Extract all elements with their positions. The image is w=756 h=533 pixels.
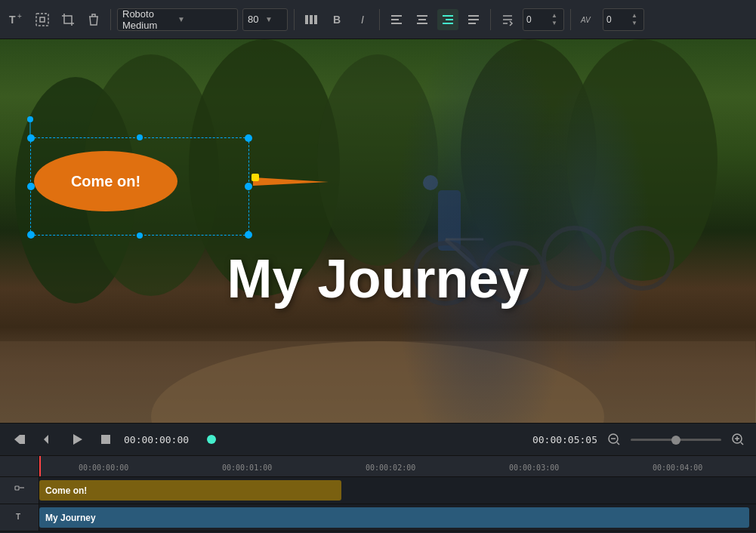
ruler-label-1: 00:00:01:00 xyxy=(222,464,272,472)
svg-text:AV: AV xyxy=(580,16,591,24)
track-label-1: T xyxy=(0,504,39,531)
svg-point-26 xyxy=(566,39,717,281)
total-time: 00:00:05:05 xyxy=(532,434,597,445)
svg-rect-3 xyxy=(40,17,45,22)
font-selector[interactable]: Roboto Medium ▼ xyxy=(117,8,238,31)
anchor-line xyxy=(30,122,31,137)
text-style-icon[interactable] xyxy=(301,9,322,30)
zoom-track[interactable] xyxy=(631,439,721,441)
svg-rect-30 xyxy=(423,175,438,190)
track-clip-come-on[interactable]: Come on! xyxy=(39,480,341,501)
svg-rect-14 xyxy=(446,19,453,20)
playback-bar: 00:00:00:00 00:00:05:05 xyxy=(0,423,756,456)
delete-button[interactable] xyxy=(83,9,104,30)
svg-rect-6 xyxy=(314,15,317,24)
ruler-label-2: 00:00:02:00 xyxy=(366,464,415,472)
svg-rect-2 xyxy=(36,14,48,26)
timeline-tracks: Come on! T My Journey xyxy=(0,477,756,531)
spacing-icon xyxy=(497,9,518,30)
ruler-marks: 00:00:00:00 00:00:01:00 00:00:02:00 00:0… xyxy=(39,456,756,476)
ruler-offset xyxy=(0,456,39,476)
track-icon-1: T xyxy=(14,511,25,524)
svg-rect-8 xyxy=(391,19,399,20)
playhead-ruler-line xyxy=(39,456,41,476)
divider-3 xyxy=(379,9,380,30)
track-icon-0 xyxy=(14,485,25,496)
align-right-button[interactable] xyxy=(437,9,458,30)
svg-rect-7 xyxy=(391,15,402,17)
svg-marker-41 xyxy=(44,435,48,444)
svg-text:T: T xyxy=(16,513,20,521)
svg-text:+: + xyxy=(17,12,22,20)
play-button[interactable] xyxy=(66,429,88,450)
bold-button[interactable]: B xyxy=(326,9,347,30)
svg-point-24 xyxy=(317,54,438,266)
track-row-0[interactable]: Come on! xyxy=(0,477,756,504)
step-back-button[interactable] xyxy=(38,429,59,450)
main-title-text: My Journey xyxy=(0,248,756,310)
svg-rect-27 xyxy=(0,341,755,423)
align-center-button[interactable] xyxy=(412,9,433,30)
timeline: 00:00:00:00 00:00:01:00 00:00:02:00 00:0… xyxy=(0,456,756,533)
current-time: 00:00:00:00 xyxy=(124,434,199,445)
font-size-label: 80 xyxy=(248,14,265,25)
zoom-slider[interactable] xyxy=(631,439,721,441)
video-background xyxy=(0,39,756,423)
svg-rect-11 xyxy=(418,19,426,20)
svg-rect-16 xyxy=(468,15,479,17)
kerning-input[interactable]: 0 xyxy=(603,14,630,25)
font-selector-arrow: ▼ xyxy=(177,15,233,23)
track-content-0[interactable]: Come on! xyxy=(39,477,756,504)
ruler-label-4: 00:00:04:00 xyxy=(653,464,702,472)
font-size-arrow: ▼ xyxy=(265,15,282,23)
svg-marker-42 xyxy=(73,434,82,445)
ruler-label-3: 00:00:03:00 xyxy=(509,464,559,472)
playhead-dot[interactable] xyxy=(207,435,216,444)
tail-end-dot[interactable] xyxy=(251,174,259,181)
svg-point-28 xyxy=(151,341,604,423)
divider-1 xyxy=(110,9,111,30)
svg-rect-12 xyxy=(417,23,427,24)
svg-marker-38 xyxy=(253,177,329,186)
track-clip-my-journey[interactable]: My Journey xyxy=(39,507,749,528)
svg-rect-5 xyxy=(310,15,313,24)
divider-5 xyxy=(570,9,571,30)
align-justify-button[interactable] xyxy=(463,9,484,30)
svg-rect-29 xyxy=(438,190,461,251)
speech-bubble[interactable]: Come on! xyxy=(34,151,177,211)
ruler-label-0: 00:00:00:00 xyxy=(79,464,128,472)
divider-2 xyxy=(294,9,295,30)
svg-rect-17 xyxy=(468,19,479,20)
stop-button[interactable] xyxy=(95,429,116,450)
track-row-1[interactable]: T My Journey xyxy=(0,504,756,531)
svg-rect-9 xyxy=(391,23,402,24)
align-left-button[interactable] xyxy=(386,9,407,30)
font-size-selector[interactable]: 80 ▼ xyxy=(242,8,288,31)
add-text-button[interactable]: T + xyxy=(6,9,27,30)
svg-point-25 xyxy=(461,39,597,266)
kerning-field[interactable]: 0 ▲ ▼ xyxy=(603,8,644,31)
crop-button[interactable] xyxy=(57,9,79,30)
svg-rect-18 xyxy=(468,23,476,24)
bubble-oval: Come on! xyxy=(34,151,177,211)
transform-button[interactable] xyxy=(32,9,53,30)
kerning-down-arrow[interactable]: ▼ xyxy=(630,20,639,27)
italic-button[interactable]: I xyxy=(352,9,373,30)
svg-rect-4 xyxy=(305,15,308,24)
spacing-down-arrow[interactable]: ▼ xyxy=(550,20,559,27)
spacing-input[interactable]: 0 xyxy=(523,14,550,25)
skip-back-button[interactable] xyxy=(9,429,30,450)
spacing-field[interactable]: 0 ▲ ▼ xyxy=(523,8,564,31)
anchor-dot[interactable] xyxy=(27,116,33,122)
kerning-up-arrow[interactable]: ▲ xyxy=(630,12,639,20)
zoom-in-button[interactable] xyxy=(729,430,747,448)
divider-4 xyxy=(490,9,491,30)
canvas-area[interactable]: My Journey Come on! xyxy=(0,39,756,423)
spacing-up-arrow[interactable]: ▲ xyxy=(550,12,559,20)
track-content-1[interactable]: My Journey xyxy=(39,504,756,531)
zoom-handle[interactable] xyxy=(671,436,680,445)
svg-rect-40 xyxy=(20,435,25,444)
track-label-0 xyxy=(0,477,39,504)
zoom-out-button[interactable] xyxy=(605,430,623,448)
timeline-ruler: 00:00:00:00 00:00:01:00 00:00:02:00 00:0… xyxy=(0,456,756,477)
